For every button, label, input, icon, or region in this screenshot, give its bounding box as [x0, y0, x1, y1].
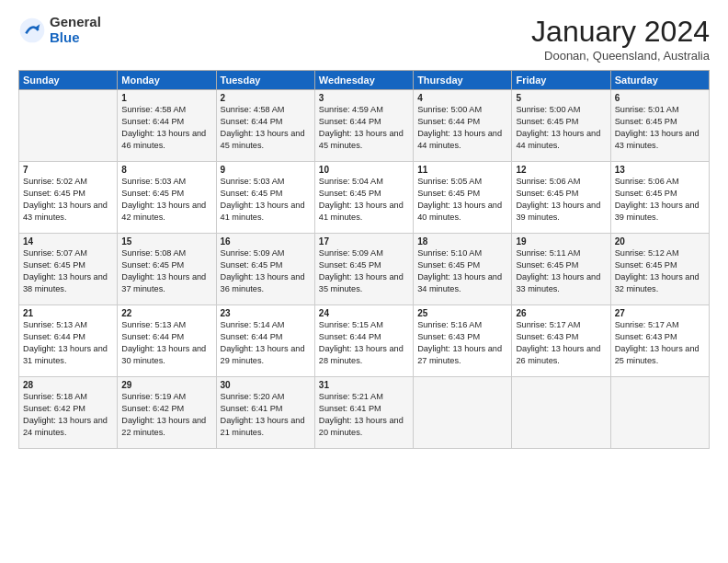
cell-line: Daylight: 13 hours and 21 minutes.	[221, 415, 311, 439]
cell-w3-d7: 20Sunrise: 5:12 AMSunset: 6:45 PMDayligh…	[610, 234, 709, 305]
cell-info: Sunrise: 5:05 AMSunset: 6:45 PMDaylight:…	[417, 176, 507, 224]
cell-info: Sunrise: 5:00 AMSunset: 6:45 PMDaylight:…	[516, 104, 606, 152]
cell-info: Sunrise: 5:04 AMSunset: 6:45 PMDaylight:…	[319, 176, 409, 224]
cell-w1-d1	[19, 90, 118, 162]
cell-line: Sunrise: 5:19 AM	[121, 391, 211, 403]
cell-line: Sunset: 6:42 PM	[121, 403, 211, 415]
cell-w1-d2: 1Sunrise: 4:58 AMSunset: 6:44 PMDaylight…	[118, 90, 216, 162]
day-number: 14	[23, 236, 113, 247]
day-number: 8	[121, 165, 211, 175]
cell-info: Sunrise: 5:16 AMSunset: 6:43 PMDaylight:…	[417, 319, 507, 367]
cell-info: Sunrise: 5:03 AMSunset: 6:45 PMDaylight:…	[121, 176, 211, 224]
day-number: 23	[221, 308, 311, 318]
cell-line: Daylight: 13 hours and 35 minutes.	[319, 271, 409, 295]
cell-line: Sunrise: 5:15 AM	[319, 319, 409, 331]
cell-w5-d1: 28Sunrise: 5:18 AMSunset: 6:42 PMDayligh…	[19, 377, 118, 449]
cell-w4-d2: 22Sunrise: 5:13 AMSunset: 6:44 PMDayligh…	[118, 305, 216, 377]
cell-line: Sunset: 6:41 PM	[221, 403, 311, 415]
cell-w4-d6: 26Sunrise: 5:17 AMSunset: 6:43 PMDayligh…	[512, 305, 610, 377]
cell-info: Sunrise: 5:17 AMSunset: 6:43 PMDaylight:…	[516, 319, 606, 367]
cell-line: Sunrise: 5:07 AM	[23, 247, 113, 259]
cell-line: Daylight: 13 hours and 43 minutes.	[23, 200, 113, 224]
cell-line: Daylight: 13 hours and 29 minutes.	[221, 343, 311, 367]
cell-line: Sunrise: 5:13 AM	[121, 319, 211, 331]
week-row-5: 28Sunrise: 5:18 AMSunset: 6:42 PMDayligh…	[19, 377, 710, 449]
cell-w2-d7: 13Sunrise: 5:06 AMSunset: 6:45 PMDayligh…	[610, 162, 709, 234]
month-title: January 2024	[531, 15, 710, 49]
cell-line: Daylight: 13 hours and 38 minutes.	[23, 271, 113, 295]
cell-info: Sunrise: 5:09 AMSunset: 6:45 PMDaylight:…	[221, 247, 311, 295]
cell-w5-d7	[610, 377, 709, 449]
cell-line: Sunrise: 5:00 AM	[417, 104, 507, 116]
week-row-4: 21Sunrise: 5:13 AMSunset: 6:44 PMDayligh…	[19, 305, 710, 377]
cell-info: Sunrise: 5:00 AMSunset: 6:44 PMDaylight:…	[417, 104, 507, 152]
cell-info: Sunrise: 5:13 AMSunset: 6:44 PMDaylight:…	[121, 319, 211, 367]
cell-line: Sunset: 6:45 PM	[615, 259, 705, 271]
cell-line: Sunset: 6:44 PM	[221, 331, 311, 343]
cell-line: Daylight: 13 hours and 31 minutes.	[23, 343, 113, 367]
col-tuesday: Tuesday	[216, 71, 314, 90]
day-number: 7	[23, 165, 113, 175]
calendar-body: 1Sunrise: 4:58 AMSunset: 6:44 PMDaylight…	[19, 90, 710, 449]
cell-w3-d1: 14Sunrise: 5:07 AMSunset: 6:45 PMDayligh…	[19, 234, 118, 305]
day-number: 26	[516, 308, 606, 318]
cell-info: Sunrise: 5:21 AMSunset: 6:41 PMDaylight:…	[319, 391, 409, 439]
cell-line: Sunrise: 5:18 AM	[23, 391, 113, 403]
cell-line: Sunrise: 5:11 AM	[516, 247, 606, 259]
cell-line: Sunset: 6:45 PM	[121, 188, 211, 200]
week-row-1: 1Sunrise: 4:58 AMSunset: 6:44 PMDaylight…	[19, 90, 710, 162]
cell-line: Daylight: 13 hours and 39 minutes.	[516, 200, 606, 224]
day-number: 2	[221, 93, 311, 103]
cell-line: Sunset: 6:42 PM	[23, 403, 113, 415]
cell-w4-d4: 24Sunrise: 5:15 AMSunset: 6:44 PMDayligh…	[314, 305, 413, 377]
cell-line: Sunset: 6:43 PM	[615, 331, 705, 343]
cell-line: Sunrise: 5:05 AM	[417, 176, 507, 188]
cell-line: Sunrise: 5:03 AM	[221, 176, 311, 188]
day-number: 1	[121, 93, 211, 103]
cell-line: Sunset: 6:45 PM	[121, 259, 211, 271]
cell-line: Sunrise: 5:14 AM	[221, 319, 311, 331]
cell-w1-d5: 4Sunrise: 5:00 AMSunset: 6:44 PMDaylight…	[414, 90, 512, 162]
cell-line: Daylight: 13 hours and 45 minutes.	[319, 128, 409, 152]
cell-line: Sunrise: 5:17 AM	[516, 319, 606, 331]
week-row-2: 7Sunrise: 5:02 AMSunset: 6:45 PMDaylight…	[19, 162, 710, 234]
day-number: 10	[319, 165, 409, 175]
cell-line: Sunset: 6:45 PM	[615, 116, 705, 128]
cell-line: Daylight: 13 hours and 27 minutes.	[417, 343, 507, 367]
cell-line: Daylight: 13 hours and 28 minutes.	[319, 343, 409, 367]
cell-line: Daylight: 13 hours and 30 minutes.	[121, 343, 211, 367]
cell-w1-d6: 5Sunrise: 5:00 AMSunset: 6:45 PMDaylight…	[512, 90, 610, 162]
svg-point-0	[20, 17, 45, 42]
col-wednesday: Wednesday	[314, 71, 413, 90]
day-number: 24	[319, 308, 409, 318]
cell-line: Sunrise: 5:04 AM	[319, 176, 409, 188]
day-number: 20	[615, 236, 705, 247]
cell-info: Sunrise: 4:58 AMSunset: 6:44 PMDaylight:…	[221, 104, 311, 152]
cell-info: Sunrise: 5:01 AMSunset: 6:45 PMDaylight:…	[615, 104, 705, 152]
cell-w3-d2: 15Sunrise: 5:08 AMSunset: 6:45 PMDayligh…	[118, 234, 216, 305]
cell-info: Sunrise: 5:13 AMSunset: 6:44 PMDaylight:…	[23, 319, 113, 367]
cell-info: Sunrise: 5:06 AMSunset: 6:45 PMDaylight:…	[516, 176, 606, 224]
cell-line: Daylight: 13 hours and 37 minutes.	[121, 271, 211, 295]
cell-line: Daylight: 13 hours and 33 minutes.	[516, 271, 606, 295]
cell-line: Daylight: 13 hours and 46 minutes.	[121, 128, 211, 152]
cell-w2-d1: 7Sunrise: 5:02 AMSunset: 6:45 PMDaylight…	[19, 162, 118, 234]
cell-info: Sunrise: 5:06 AMSunset: 6:45 PMDaylight:…	[615, 176, 705, 224]
logo-general: General	[50, 15, 101, 30]
cell-line: Sunrise: 5:12 AM	[615, 247, 705, 259]
cell-info: Sunrise: 4:58 AMSunset: 6:44 PMDaylight:…	[121, 104, 211, 152]
cell-line: Sunset: 6:44 PM	[221, 116, 311, 128]
day-number: 29	[121, 380, 211, 390]
cell-line: Daylight: 13 hours and 42 minutes.	[121, 200, 211, 224]
cell-w5-d2: 29Sunrise: 5:19 AMSunset: 6:42 PMDayligh…	[118, 377, 216, 449]
cell-line: Sunset: 6:44 PM	[121, 116, 211, 128]
cell-line: Sunset: 6:44 PM	[121, 331, 211, 343]
cell-line: Sunset: 6:43 PM	[417, 331, 507, 343]
col-sunday: Sunday	[19, 71, 118, 90]
day-number: 28	[23, 380, 113, 390]
cell-info: Sunrise: 5:15 AMSunset: 6:44 PMDaylight:…	[319, 319, 409, 367]
cell-line: Sunrise: 5:20 AM	[221, 391, 311, 403]
cell-w4-d5: 25Sunrise: 5:16 AMSunset: 6:43 PMDayligh…	[414, 305, 512, 377]
cell-info: Sunrise: 5:02 AMSunset: 6:45 PMDaylight:…	[23, 176, 113, 224]
cell-line: Sunset: 6:45 PM	[615, 188, 705, 200]
